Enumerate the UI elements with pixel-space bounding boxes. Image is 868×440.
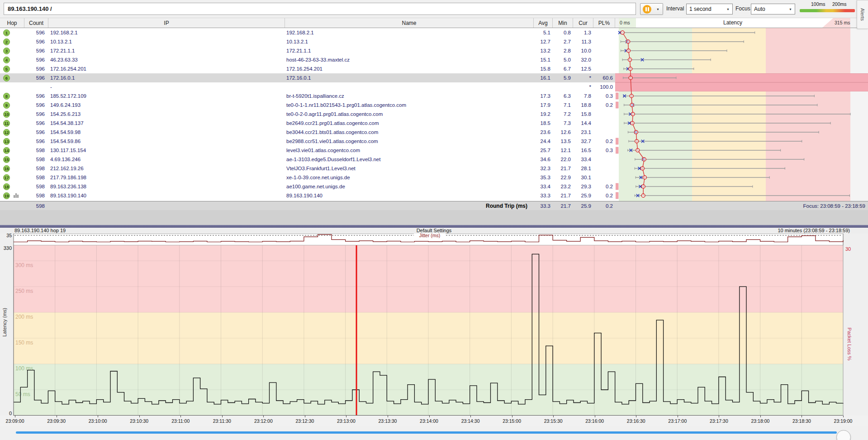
timegraph-range-label: 10 minutes (23:08:59 - 23:18:59)	[778, 228, 850, 233]
time-tick	[553, 416, 554, 417]
name-cell: host-46-23-63-33.maxtel.cz	[285, 55, 534, 64]
hop-cell: 8	[0, 91, 24, 100]
table-header: Hop Count IP Name Avg Min Cur PL% 0 ms L…	[0, 18, 868, 28]
trace-target-input[interactable]: 89.163.190.140 /	[4, 3, 636, 15]
cur-cell: 15.8	[573, 110, 593, 119]
avg-cell: 33.4	[534, 182, 553, 191]
avg-cell: 13.2	[534, 46, 553, 55]
avg-cell: 24.4	[534, 137, 553, 146]
cur-cell: 23.1	[573, 128, 593, 137]
timegraph-settings-label[interactable]: Default Settings	[0, 228, 868, 233]
ip-cell: 154.25.6.213	[48, 110, 285, 119]
hop-number-badge: 10	[3, 111, 10, 118]
cur-cell: 14.4	[573, 119, 593, 128]
rt-label: Round Trip (ms)	[48, 201, 534, 210]
hop-cell: 12	[0, 128, 24, 137]
pl-cell: 100.0	[593, 82, 615, 91]
cur-cell: 32.7	[573, 137, 593, 146]
table-row[interactable]: 13 596 154.54.59.86 be2988.ccr51.vie01.a…	[0, 137, 868, 146]
col-header-name[interactable]: Name	[285, 18, 534, 28]
scrollbar-thumb[interactable]	[836, 430, 851, 440]
ip-cell: 154.54.38.137	[48, 119, 285, 128]
ip-cell: 217.79.186.198	[48, 173, 285, 182]
pl-cell	[593, 155, 615, 164]
table-row[interactable]: 19 598 89.163.190.140 89.163.190.140 33.…	[0, 191, 868, 200]
col-header-pl[interactable]: PL%	[593, 18, 615, 28]
time-tick	[512, 416, 512, 417]
table-row[interactable]: 18 598 89.163.236.138 ae100.game.net.uni…	[0, 182, 868, 191]
latency-cell	[615, 82, 868, 91]
min-cell: 2.7	[553, 37, 573, 46]
hop-number-badge: 17	[3, 174, 10, 181]
ip-cell: 89.163.236.138	[48, 182, 285, 191]
pause-button[interactable]	[640, 3, 654, 15]
ip-cell: 149.6.24.193	[48, 100, 285, 110]
col-header-ip[interactable]: IP	[48, 18, 285, 28]
time-tick	[346, 416, 346, 417]
table-row[interactable]: - * 100.0	[0, 82, 868, 91]
name-cell: be3044.ccr21.bts01.atlas.cogentco.com	[285, 128, 534, 137]
table-row[interactable]: 9 596 149.6.24.193 te0-0-1-1.nr11.b02154…	[0, 100, 868, 110]
table-row[interactable]: 15 598 4.69.136.246 ae-1-3103.edge5.Duss…	[0, 155, 868, 164]
table-row[interactable]: 6 596 172.16.0.1 172.16.0.1 16.1 5.9 * 6…	[0, 73, 868, 82]
hop-cell: 1	[0, 28, 24, 37]
ip-cell: 192.168.2.1	[48, 28, 285, 37]
min-cell: 5.0	[553, 55, 573, 64]
name-cell: ae-1-3103.edge5.Dusseldorf1.Level3.net	[285, 155, 534, 164]
pause-dropdown-button[interactable]: ▼	[653, 3, 663, 15]
latency-cell	[615, 46, 868, 55]
focus-value: Auto	[754, 6, 765, 12]
time-tick-label: 23:10:30	[130, 418, 148, 424]
name-cell: level3.vie01.atlas.cogentco.com	[285, 146, 534, 155]
col-header-avg[interactable]: Avg	[534, 18, 553, 28]
count-cell: 596	[24, 91, 48, 100]
mini-bar-chart-icon	[14, 193, 19, 198]
latency-cell	[615, 137, 868, 146]
table-row[interactable]: 17 598 217.79.186.198 xe-1-0-39.core.net…	[0, 173, 868, 182]
avg-cell: 25.7	[534, 146, 553, 155]
cur-cell: 7.8	[573, 91, 593, 100]
hop-number-badge: 11	[3, 120, 10, 127]
table-row[interactable]: 5 596 172.16.254.201 172.16.254.201 15.8…	[0, 64, 868, 73]
col-header-count[interactable]: Count	[24, 18, 48, 28]
svg-text:Packet Loss %: Packet Loss %	[847, 328, 852, 361]
table-row[interactable]: 2 596 10.13.2.1 10.13.2.1 12.7 2.7 11.3	[0, 37, 868, 46]
table-row[interactable]: 3 596 172.21.1.1 172.21.1.1 13.2 2.8 10.…	[0, 46, 868, 55]
cur-cell: 32.0	[573, 55, 593, 64]
time-tick-label: 23:12:00	[254, 418, 273, 424]
table-row[interactable]: 8 596 185.52.172.109 br-t-5920t1.ispalli…	[0, 91, 868, 100]
table-row[interactable]: 16 598 212.162.19.26 VtelJO3.Frankfurt1.…	[0, 164, 868, 173]
scrollbar-track[interactable]	[16, 431, 837, 434]
table-row[interactable]: 1 596 192.168.2.1 192.168.2.1 5.1 0.8 1.…	[0, 28, 868, 37]
avg-cell: 35.3	[534, 173, 553, 182]
min-cell: 23.2	[553, 182, 573, 191]
min-cell: 21.7	[553, 191, 573, 200]
time-axis: 23:09:0023:09:3023:10:0023:10:3023:11:00…	[0, 416, 868, 426]
col-header-cur[interactable]: Cur	[573, 18, 593, 28]
interval-select[interactable]: 1 second ▼	[686, 4, 733, 14]
count-cell: 596	[24, 46, 48, 55]
latency-timeline-graph[interactable]: 300 ms250 ms200 ms150 ms100 ms50 ms33003…	[0, 245, 868, 416]
min-cell: 7.2	[553, 110, 573, 119]
latency-cell	[615, 100, 868, 110]
pl-cell	[593, 164, 615, 173]
time-tick-label: 23:16:30	[627, 418, 645, 424]
latency-cell	[615, 119, 868, 128]
legend-100ms-label: 100ms	[811, 1, 825, 7]
ip-cell: 130.117.15.154	[48, 146, 285, 155]
col-header-hop[interactable]: Hop	[0, 18, 24, 28]
count-cell: 598	[24, 155, 48, 164]
table-row[interactable]: 14 598 130.117.15.154 level3.vie01.atlas…	[0, 146, 868, 155]
table-row[interactable]: 11 596 154.54.38.137 be2649.ccr21.prg01.…	[0, 119, 868, 128]
table-row[interactable]: 12 596 154.54.59.98 be3044.ccr21.bts01.a…	[0, 128, 868, 137]
avg-cell: 16.1	[534, 73, 553, 82]
time-tick	[305, 416, 305, 417]
table-row[interactable]: 10 596 154.25.6.213 te0-0-2-0.agr11.prg0…	[0, 110, 868, 119]
col-header-min[interactable]: Min	[553, 18, 573, 28]
focus-select[interactable]: Auto ▼	[751, 4, 795, 14]
table-row[interactable]: 4 596 46.23.63.33 host-46-23-63-33.maxte…	[0, 55, 868, 64]
rt-cur: 25.9	[573, 201, 593, 210]
interval-value: 1 second	[689, 6, 711, 12]
pl-cell	[593, 110, 615, 119]
alerts-side-tab[interactable]: Alerts	[857, 0, 868, 29]
